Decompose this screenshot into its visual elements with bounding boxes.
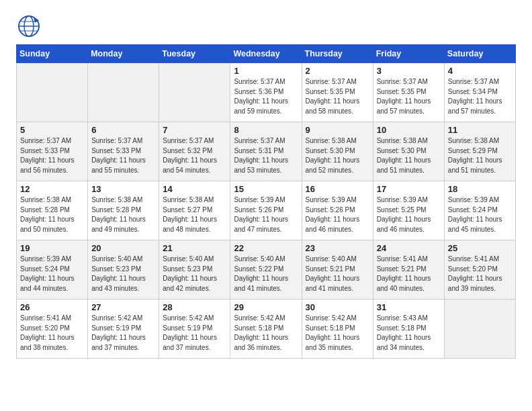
day-number: 6	[91, 125, 155, 135]
day-info: Sunrise: 5:38 AM Sunset: 5:27 PM Dayligh…	[163, 195, 226, 234]
day-info: Sunrise: 5:38 AM Sunset: 5:30 PM Dayligh…	[377, 136, 441, 175]
weekday-header-wednesday: Wednesday	[230, 45, 302, 63]
calendar-cell: 7Sunrise: 5:37 AM Sunset: 5:32 PM Daylig…	[159, 122, 230, 181]
day-info: Sunrise: 5:38 AM Sunset: 5:28 PM Dayligh…	[20, 195, 84, 234]
calendar-cell: 30Sunrise: 5:42 AM Sunset: 5:18 PM Dayli…	[302, 300, 373, 359]
calendar-cell: 24Sunrise: 5:41 AM Sunset: 5:21 PM Dayli…	[373, 240, 444, 300]
day-info: Sunrise: 5:42 AM Sunset: 5:19 PM Dayligh…	[163, 314, 226, 353]
calendar-cell: 9Sunrise: 5:38 AM Sunset: 5:30 PM Daylig…	[302, 122, 373, 181]
day-info: Sunrise: 5:37 AM Sunset: 5:33 PM Dayligh…	[91, 136, 155, 175]
day-number: 10	[377, 125, 441, 135]
day-number: 17	[377, 184, 441, 194]
day-number: 28	[163, 302, 226, 312]
calendar-cell: 13Sunrise: 5:38 AM Sunset: 5:28 PM Dayli…	[88, 181, 159, 240]
calendar-cell: 22Sunrise: 5:40 AM Sunset: 5:22 PM Dayli…	[230, 240, 302, 300]
day-number: 25	[448, 243, 512, 253]
day-info: Sunrise: 5:37 AM Sunset: 5:35 PM Dayligh…	[306, 77, 369, 116]
day-number: 15	[234, 184, 298, 194]
weekday-header-sunday: Sunday	[17, 45, 88, 63]
day-info: Sunrise: 5:40 AM Sunset: 5:21 PM Dayligh…	[306, 255, 369, 293]
calendar-week-row: 19Sunrise: 5:39 AM Sunset: 5:24 PM Dayli…	[17, 240, 516, 300]
day-info: Sunrise: 5:41 AM Sunset: 5:20 PM Dayligh…	[448, 255, 512, 293]
calendar-week-row: 1Sunrise: 5:37 AM Sunset: 5:36 PM Daylig…	[17, 63, 516, 122]
weekday-header-thursday: Thursday	[302, 45, 373, 63]
calendar-cell	[17, 63, 88, 122]
header	[16, 13, 516, 39]
calendar-cell: 20Sunrise: 5:40 AM Sunset: 5:23 PM Dayli…	[88, 240, 159, 300]
day-number: 21	[163, 243, 226, 253]
day-info: Sunrise: 5:39 AM Sunset: 5:26 PM Dayligh…	[306, 195, 369, 234]
day-number: 29	[234, 302, 298, 312]
day-number: 9	[306, 125, 369, 135]
calendar-cell: 12Sunrise: 5:38 AM Sunset: 5:28 PM Dayli…	[17, 181, 88, 240]
day-number: 13	[91, 184, 155, 194]
day-number: 19	[20, 243, 84, 253]
day-number: 2	[306, 66, 369, 76]
day-number: 27	[91, 302, 155, 312]
day-info: Sunrise: 5:37 AM Sunset: 5:33 PM Dayligh…	[20, 136, 84, 175]
day-number: 12	[20, 184, 84, 194]
day-info: Sunrise: 5:43 AM Sunset: 5:18 PM Dayligh…	[377, 314, 441, 353]
day-info: Sunrise: 5:37 AM Sunset: 5:35 PM Dayligh…	[377, 77, 441, 116]
calendar-cell: 31Sunrise: 5:43 AM Sunset: 5:18 PM Dayli…	[373, 300, 444, 359]
day-info: Sunrise: 5:41 AM Sunset: 5:21 PM Dayligh…	[377, 255, 441, 293]
day-info: Sunrise: 5:39 AM Sunset: 5:24 PM Dayligh…	[20, 255, 84, 293]
logo	[16, 13, 44, 39]
day-number: 26	[20, 302, 84, 312]
calendar-week-row: 26Sunrise: 5:41 AM Sunset: 5:20 PM Dayli…	[17, 300, 516, 359]
day-number: 20	[91, 243, 155, 253]
day-number: 18	[448, 184, 512, 194]
calendar-cell: 15Sunrise: 5:39 AM Sunset: 5:26 PM Dayli…	[230, 181, 302, 240]
day-number: 3	[377, 66, 441, 76]
calendar-cell: 21Sunrise: 5:40 AM Sunset: 5:23 PM Dayli…	[159, 240, 230, 300]
day-number: 14	[163, 184, 226, 194]
globe-icon	[16, 13, 42, 39]
calendar-cell	[159, 63, 230, 122]
calendar-cell: 29Sunrise: 5:42 AM Sunset: 5:18 PM Dayli…	[230, 300, 302, 359]
calendar-cell: 18Sunrise: 5:39 AM Sunset: 5:24 PM Dayli…	[444, 181, 515, 240]
calendar-table: SundayMondayTuesdayWednesdayThursdayFrid…	[16, 44, 516, 359]
day-number: 1	[234, 66, 298, 76]
day-info: Sunrise: 5:37 AM Sunset: 5:32 PM Dayligh…	[163, 136, 226, 175]
day-info: Sunrise: 5:38 AM Sunset: 5:28 PM Dayligh…	[91, 195, 155, 234]
calendar-cell: 11Sunrise: 5:38 AM Sunset: 5:29 PM Dayli…	[444, 122, 515, 181]
day-number: 24	[377, 243, 441, 253]
day-number: 30	[306, 302, 369, 312]
day-info: Sunrise: 5:38 AM Sunset: 5:30 PM Dayligh…	[306, 136, 369, 175]
calendar-cell: 4Sunrise: 5:37 AM Sunset: 5:34 PM Daylig…	[444, 63, 515, 122]
calendar-cell: 3Sunrise: 5:37 AM Sunset: 5:35 PM Daylig…	[373, 63, 444, 122]
day-number: 8	[234, 125, 298, 135]
day-number: 31	[377, 302, 441, 312]
calendar-cell: 19Sunrise: 5:39 AM Sunset: 5:24 PM Dayli…	[17, 240, 88, 300]
day-info: Sunrise: 5:39 AM Sunset: 5:24 PM Dayligh…	[448, 195, 512, 234]
day-info: Sunrise: 5:39 AM Sunset: 5:25 PM Dayligh…	[377, 195, 441, 234]
calendar-cell: 23Sunrise: 5:40 AM Sunset: 5:21 PM Dayli…	[302, 240, 373, 300]
calendar-cell: 27Sunrise: 5:42 AM Sunset: 5:19 PM Dayli…	[88, 300, 159, 359]
calendar-week-row: 5Sunrise: 5:37 AM Sunset: 5:33 PM Daylig…	[17, 122, 516, 181]
calendar-cell: 5Sunrise: 5:37 AM Sunset: 5:33 PM Daylig…	[17, 122, 88, 181]
calendar-week-row: 12Sunrise: 5:38 AM Sunset: 5:28 PM Dayli…	[17, 181, 516, 240]
day-number: 23	[306, 243, 369, 253]
day-number: 7	[163, 125, 226, 135]
calendar-cell: 6Sunrise: 5:37 AM Sunset: 5:33 PM Daylig…	[88, 122, 159, 181]
day-info: Sunrise: 5:42 AM Sunset: 5:19 PM Dayligh…	[91, 314, 155, 353]
day-number: 22	[234, 243, 298, 253]
calendar-cell: 17Sunrise: 5:39 AM Sunset: 5:25 PM Dayli…	[373, 181, 444, 240]
calendar-cell: 8Sunrise: 5:37 AM Sunset: 5:31 PM Daylig…	[230, 122, 302, 181]
calendar-cell: 1Sunrise: 5:37 AM Sunset: 5:36 PM Daylig…	[230, 63, 302, 122]
calendar-cell	[88, 63, 159, 122]
day-info: Sunrise: 5:42 AM Sunset: 5:18 PM Dayligh…	[234, 314, 298, 353]
calendar-cell: 16Sunrise: 5:39 AM Sunset: 5:26 PM Dayli…	[302, 181, 373, 240]
day-number: 4	[448, 66, 512, 76]
weekday-header-saturday: Saturday	[444, 45, 515, 63]
day-info: Sunrise: 5:42 AM Sunset: 5:18 PM Dayligh…	[306, 314, 369, 353]
weekday-header-monday: Monday	[88, 45, 159, 63]
day-info: Sunrise: 5:39 AM Sunset: 5:26 PM Dayligh…	[234, 195, 298, 234]
weekday-header-tuesday: Tuesday	[159, 45, 230, 63]
day-info: Sunrise: 5:41 AM Sunset: 5:20 PM Dayligh…	[20, 314, 84, 353]
weekday-header-row: SundayMondayTuesdayWednesdayThursdayFrid…	[17, 45, 516, 63]
day-info: Sunrise: 5:37 AM Sunset: 5:31 PM Dayligh…	[234, 136, 298, 175]
day-number: 5	[20, 125, 84, 135]
day-number: 16	[306, 184, 369, 194]
day-info: Sunrise: 5:40 AM Sunset: 5:23 PM Dayligh…	[163, 255, 226, 293]
